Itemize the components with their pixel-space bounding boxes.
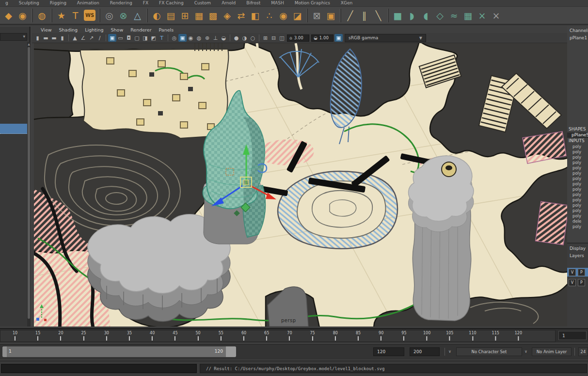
channel-box-object-name[interactable]: pPlane1 bbox=[570, 35, 587, 40]
viewport-toolbar-icon-19[interactable]: ▣ bbox=[178, 34, 187, 42]
layer-visibility-toggle[interactable]: V bbox=[569, 279, 576, 286]
shelf-tab-custom[interactable]: Custom bbox=[189, 0, 216, 6]
exposure-field[interactable]: ⌂ 3.00 bbox=[287, 34, 309, 42]
range-slider[interactable]: 1 120 bbox=[2, 346, 236, 357]
command-line-input[interactable] bbox=[1, 364, 197, 373]
tab-display[interactable]: Display bbox=[570, 246, 586, 251]
viewport-toolbar-icon-14[interactable]: ◨ bbox=[141, 34, 149, 42]
animation-end-field[interactable]: 200 bbox=[410, 347, 440, 356]
layer-playback-toggle[interactable]: P bbox=[578, 269, 585, 276]
shelf-icon-pen-dash[interactable]: ╲ bbox=[371, 8, 385, 23]
viewport-toolbar-icon-18[interactable]: ◎ bbox=[170, 34, 178, 42]
gamma-field[interactable]: ◒ 1.00 bbox=[311, 34, 334, 42]
viewport-toolbar-icon-12[interactable]: ◘ bbox=[125, 34, 133, 42]
viewport-toolbar-icon-26[interactable]: ● bbox=[232, 34, 240, 42]
fps-field[interactable]: 24 bbox=[578, 347, 588, 356]
channel-input-row-0[interactable]: poly bbox=[567, 144, 588, 149]
shelf-tab-fx[interactable]: FX bbox=[138, 0, 154, 6]
shelf-icon-x-box[interactable]: ⊠ bbox=[310, 8, 324, 23]
layers-menu[interactable]: Layers bbox=[570, 253, 584, 258]
shelf-icon-mash-shape-b[interactable]: ◖ bbox=[419, 8, 433, 23]
color-management-icon[interactable]: ▣ bbox=[334, 34, 343, 42]
shelf-icon-half-box[interactable]: ◧ bbox=[248, 8, 262, 23]
chevron-down-icon[interactable]: ∨ bbox=[448, 349, 451, 354]
shelf-tab-g[interactable]: g bbox=[0, 0, 14, 6]
viewport-toolbar-icon-22[interactable]: ⊕ bbox=[203, 34, 211, 42]
channel-input-row-12[interactable]: poly bbox=[567, 208, 588, 213]
channel-box-header[interactable]: Channels bbox=[570, 28, 588, 33]
viewport-toolbar-icon-6[interactable]: ∠ bbox=[79, 34, 87, 42]
time-slider-ruler[interactable]: 1015202530354045505560657075808590951001… bbox=[0, 330, 556, 342]
shelf-tab-arnold[interactable]: Arnold bbox=[216, 0, 241, 6]
viewport-menu-view[interactable]: View bbox=[41, 27, 52, 33]
shelf-icon-grid-add[interactable]: ⊞ bbox=[178, 8, 192, 23]
layer-row[interactable]: V P bbox=[567, 278, 588, 287]
shelf-icon-flower[interactable]: ◍ bbox=[35, 8, 49, 23]
channel-input-row-2[interactable]: poly bbox=[567, 155, 588, 160]
shelf-icon-swap[interactable]: ⇄ bbox=[234, 8, 248, 23]
shelf-icon-type-tool[interactable]: T bbox=[68, 8, 82, 23]
shelf-icon-sphere-half[interactable]: ◐ bbox=[150, 8, 164, 23]
shelf-tab-motion-graphics[interactable]: Motion Graphics bbox=[289, 0, 335, 6]
channel-input-row-14[interactable]: dele bbox=[567, 219, 588, 224]
channel-input-row-8[interactable]: poly bbox=[567, 187, 588, 192]
viewport-toolbar-icon-16[interactable]: T bbox=[158, 34, 166, 42]
viewport-toolbar-icon-8[interactable]: ∕ bbox=[95, 34, 104, 42]
viewport-menu-show[interactable]: Show bbox=[111, 27, 124, 33]
shelf-icon-ws-badge[interactable]: WS bbox=[84, 10, 95, 21]
outliner-filter-field[interactable]: ▾ bbox=[0, 33, 27, 41]
channel-input-row-7[interactable]: poly bbox=[567, 181, 588, 187]
viewport-toolbar-icon-11[interactable]: ▭ bbox=[116, 34, 125, 42]
channel-input-row-10[interactable]: poly bbox=[567, 197, 588, 203]
viewport-toolbar-icon-31[interactable]: ⊟ bbox=[270, 34, 278, 42]
shelf-icon-corner-box[interactable]: ◪ bbox=[290, 8, 304, 23]
anim-layer-dropdown[interactable]: No Anim Layer bbox=[532, 347, 572, 356]
outliner-scrollbar[interactable]: ▲ bbox=[27, 42, 31, 327]
viewport-menu-panels[interactable]: Panels bbox=[159, 27, 174, 33]
viewport-toolbar-icon-27[interactable]: ◑ bbox=[240, 34, 249, 42]
channel-input-row-9[interactable]: poly bbox=[567, 192, 588, 197]
viewport-toolbar-icon-20[interactable]: ◉ bbox=[187, 34, 195, 42]
shelf-tab-rendering[interactable]: Rendering bbox=[105, 0, 138, 6]
layer-row-selected[interactable]: V P bbox=[567, 268, 588, 277]
viewport-toolbar-icon-13[interactable]: ▢ bbox=[133, 34, 141, 42]
shelf-tab-bifrost[interactable]: Bifrost bbox=[241, 0, 266, 6]
viewport-toolbar-icon-3[interactable]: ▮ bbox=[58, 34, 66, 42]
shelf-icon-cluster[interactable]: ⊗ bbox=[116, 8, 130, 23]
layer-playback-toggle[interactable]: P bbox=[578, 279, 585, 286]
shelf-icon-doc-gear[interactable]: ▣ bbox=[324, 8, 338, 23]
layer-visibility-toggle[interactable]: V bbox=[569, 269, 576, 276]
current-frame-field[interactable]: 1 bbox=[558, 331, 587, 340]
shelf-icon-scatter[interactable]: ∴ bbox=[262, 8, 276, 23]
channel-input-row-13[interactable]: poly bbox=[567, 213, 588, 219]
channel-input-row-1[interactable]: poly bbox=[567, 149, 588, 155]
viewport-toolbar-icon-7[interactable]: ↗ bbox=[87, 34, 95, 42]
range-slider-right-handle[interactable] bbox=[226, 346, 236, 357]
playback-end-field[interactable]: 120 bbox=[373, 347, 404, 356]
viewport-toolbar-icon-32[interactable]: ◫ bbox=[278, 34, 286, 42]
outliner-selected-item[interactable] bbox=[0, 124, 27, 134]
viewport-toolbar-icon-15[interactable]: ◩ bbox=[149, 34, 158, 42]
time-slider[interactable]: 1015202530354045505560657075808590951001… bbox=[0, 328, 588, 343]
shelf-tab-mash[interactable]: MASH bbox=[266, 0, 289, 6]
shelf-icon-retopo[interactable]: ∥ bbox=[357, 8, 371, 23]
shelf-icon-tripod[interactable]: △ bbox=[130, 8, 144, 23]
shelf-icon-surface[interactable]: ◉ bbox=[16, 8, 30, 23]
shelf-icon-rings[interactable]: ◉ bbox=[276, 8, 290, 23]
viewport-toolbar-icon-30[interactable]: ⊞ bbox=[261, 34, 270, 42]
viewport-toolbar-icon-2[interactable]: ▬ bbox=[50, 34, 58, 42]
shelf-icon-mash-plane[interactable]: ■ bbox=[391, 8, 405, 23]
shelf-icon-mash-curve[interactable]: ≈ bbox=[447, 8, 461, 23]
scrollbar-thumb[interactable] bbox=[28, 47, 30, 319]
shelf-icon-lattice[interactable]: ◎ bbox=[102, 8, 116, 23]
channel-input-row-6[interactable]: poly bbox=[567, 176, 588, 181]
shelf-icon-mash-grid[interactable]: ▦ bbox=[461, 8, 475, 23]
shape-node-row[interactable]: pPlaneS bbox=[567, 132, 588, 138]
viewport-toolbar-icon-21[interactable]: ◍ bbox=[195, 34, 203, 42]
shelf-icon-grid[interactable]: ▦ bbox=[192, 8, 206, 23]
channel-input-row-3[interactable]: poly bbox=[567, 160, 588, 165]
viewport-toolbar-icon-10[interactable]: ▣ bbox=[108, 34, 116, 42]
shelf-icon-mash-delete[interactable]: × bbox=[475, 8, 489, 23]
channel-input-row-5[interactable]: poly bbox=[567, 171, 588, 176]
colorspace-dropdown[interactable]: sRGB gamma ▼ bbox=[345, 34, 426, 42]
